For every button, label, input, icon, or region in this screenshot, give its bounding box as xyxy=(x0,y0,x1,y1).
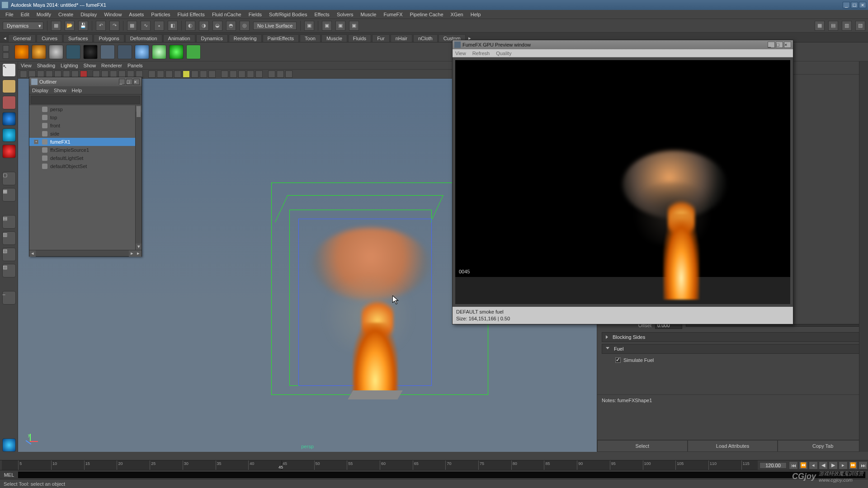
simulate-fuel-checkbox[interactable]: Simulate Fuel xyxy=(602,356,863,365)
step-forward-icon[interactable]: ▸ xyxy=(839,461,848,469)
shelf-tab-muscle[interactable]: Muscle xyxy=(321,34,347,42)
shelf-tab-fluids[interactable]: Fluids xyxy=(348,34,371,42)
timeline-ruler[interactable]: 5101520253035404550556065707580859095100… xyxy=(2,460,758,470)
shelf-source-icon[interactable] xyxy=(169,45,184,59)
panel-menu-lighting[interactable]: Lighting xyxy=(61,63,78,68)
expand-icon[interactable]: + xyxy=(34,140,38,144)
aa-icon[interactable] xyxy=(191,70,198,78)
shelf-mini-2[interactable] xyxy=(3,52,9,59)
shelf-tab-general[interactable]: General xyxy=(8,34,36,42)
layout1-icon[interactable]: ▦ xyxy=(815,21,825,31)
shelf-tab-deformation[interactable]: Deformation xyxy=(125,34,162,42)
layout-preset-2-icon[interactable]: ▥ xyxy=(2,231,16,245)
layout2-icon[interactable]: ▤ xyxy=(828,21,838,31)
window-maximize-button[interactable]: □ xyxy=(851,2,858,8)
outliner-item-fumefx1[interactable]: +fumeFX1 xyxy=(29,138,142,146)
live-surface-icon-3[interactable]: ◒ xyxy=(212,21,222,31)
menu-particles[interactable]: Particles xyxy=(147,11,174,18)
hscroll-left-icon[interactable]: ◂ xyxy=(29,250,36,257)
poly-count-icon[interactable] xyxy=(174,70,181,78)
outliner-menu-help[interactable]: Help xyxy=(72,88,82,93)
hscroll-right-icon[interactable]: ▸ xyxy=(129,250,135,257)
menu-file[interactable]: File xyxy=(2,11,17,18)
step-back-key-icon[interactable]: ⏪ xyxy=(799,461,808,469)
menu-fluid-effects[interactable]: Fluid Effects xyxy=(174,11,208,18)
snap-plane-icon[interactable]: ◧ xyxy=(168,21,178,31)
time-slider[interactable]: 5101520253035404550556065707580859095100… xyxy=(0,460,868,470)
outliner-filter-input[interactable] xyxy=(31,96,140,104)
step-forward-key-icon[interactable]: ⏩ xyxy=(849,461,858,469)
ae-notes[interactable]: Notes: fumeFXShape1 xyxy=(597,394,868,440)
show-nurbs-icon[interactable] xyxy=(247,70,254,78)
show-poly-icon[interactable] xyxy=(238,70,245,78)
shelf-tab-painteffects[interactable]: PaintEffects xyxy=(263,34,299,42)
menu-pipeline-cache[interactable]: Pipeline Cache xyxy=(406,11,447,18)
save-scene-icon[interactable]: 💾 xyxy=(78,21,88,31)
gpu-maximize-button[interactable]: □ xyxy=(776,42,783,48)
gpu-menu-refresh[interactable]: Refresh xyxy=(472,51,490,56)
xray-joints-icon[interactable] xyxy=(165,70,173,78)
shelf-collider-icon[interactable] xyxy=(100,45,115,59)
paint-select-tool-icon[interactable] xyxy=(2,96,16,109)
window-minimize-button[interactable]: _ xyxy=(843,2,850,8)
menu-fields[interactable]: Fields xyxy=(245,11,265,18)
shelf-tab-curves[interactable]: Curves xyxy=(37,34,62,42)
menu-edit[interactable]: Edit xyxy=(17,11,33,18)
shelf-tab-toon[interactable]: Toon xyxy=(300,34,321,42)
home-icon[interactable] xyxy=(2,438,16,452)
menu-solvers[interactable]: Solvers xyxy=(333,11,357,18)
live-surface-icon-4[interactable]: ◓ xyxy=(226,21,236,31)
outliner-maximize-button[interactable]: □ xyxy=(126,79,132,85)
new-scene-icon[interactable]: ▦ xyxy=(51,21,61,31)
panel-menu-shading[interactable]: Shading xyxy=(37,63,55,68)
dof-icon[interactable] xyxy=(208,70,216,78)
panel-menu-renderer[interactable]: Renderer xyxy=(101,63,122,68)
open-scene-icon[interactable]: 📂 xyxy=(65,21,75,31)
shelf-tab-animation[interactable]: Animation xyxy=(163,34,195,42)
scroll-down-icon[interactable]: ▾ xyxy=(136,244,142,250)
camera-select-icon[interactable] xyxy=(20,70,27,78)
layout-preset-4-icon[interactable]: ▨ xyxy=(2,264,16,277)
shelf-particle-icon[interactable] xyxy=(49,45,63,59)
load-attributes-button[interactable]: Load Attributes xyxy=(688,440,778,452)
menu-fluid-ncache[interactable]: Fluid nCache xyxy=(208,11,245,18)
shelf-tab-surfaces[interactable]: Surfaces xyxy=(63,34,93,42)
live-toggle-icon[interactable]: ◎ xyxy=(240,21,250,31)
lasso-tool-icon[interactable] xyxy=(2,80,16,93)
shelf-emitter-icon[interactable] xyxy=(14,45,29,59)
layout4-icon[interactable]: ▧ xyxy=(855,21,865,31)
select-button[interactable]: Select xyxy=(597,440,688,452)
gpu-menu-quality[interactable]: Quality xyxy=(496,51,511,56)
menu-window[interactable]: Window xyxy=(100,11,125,18)
outliner-close-button[interactable]: × xyxy=(133,79,140,85)
shelf-tab-dynamics[interactable]: Dynamics xyxy=(196,34,228,42)
outliner-item-side[interactable]: side xyxy=(29,130,142,138)
panel-menu-show[interactable]: Show xyxy=(84,63,96,68)
layout3-icon[interactable]: ▥ xyxy=(842,21,852,31)
live-surface-icon-2[interactable]: ◑ xyxy=(199,21,209,31)
refresh-icon[interactable] xyxy=(285,70,292,78)
hscroll-right2-icon[interactable]: ▸ xyxy=(135,250,142,257)
outliner-vscroll[interactable]: ▴ ▾ xyxy=(135,105,142,250)
gpu-minimize-button[interactable]: _ xyxy=(768,42,775,48)
shelf-goal-icon[interactable] xyxy=(152,45,166,59)
play-back-icon[interactable]: ◀ xyxy=(819,461,828,469)
xray-icon[interactable] xyxy=(157,70,164,78)
shelf-sphere-icon[interactable] xyxy=(32,45,46,59)
outliner-item-ffxsimplesource1[interactable]: ffxSimpleSource1 xyxy=(29,146,142,154)
panel-menu-panels[interactable]: Panels xyxy=(127,63,143,68)
shelf-gravity-icon[interactable] xyxy=(83,45,98,59)
outliner-item-persp[interactable]: persp xyxy=(29,105,142,113)
command-input[interactable] xyxy=(18,472,865,478)
render-icon[interactable]: ▣ xyxy=(322,21,332,31)
gpu-menu-view[interactable]: View xyxy=(455,51,466,56)
shelf-tab-nhair[interactable]: nHair xyxy=(391,34,412,42)
snap-point-icon[interactable]: • xyxy=(154,21,164,31)
menu-soft-rigid-bodies[interactable]: Soft/Rigid Bodies xyxy=(265,11,311,18)
outliner-item-defaultlightset[interactable]: defaultLightSet xyxy=(29,154,142,162)
step-back-icon[interactable]: ◂ xyxy=(809,461,818,469)
ipr-icon[interactable]: ▣ xyxy=(335,21,345,31)
undo-icon[interactable]: ↶ xyxy=(96,21,106,31)
menu-assets[interactable]: Assets xyxy=(125,11,147,18)
gpu-close-button[interactable]: × xyxy=(784,42,791,48)
